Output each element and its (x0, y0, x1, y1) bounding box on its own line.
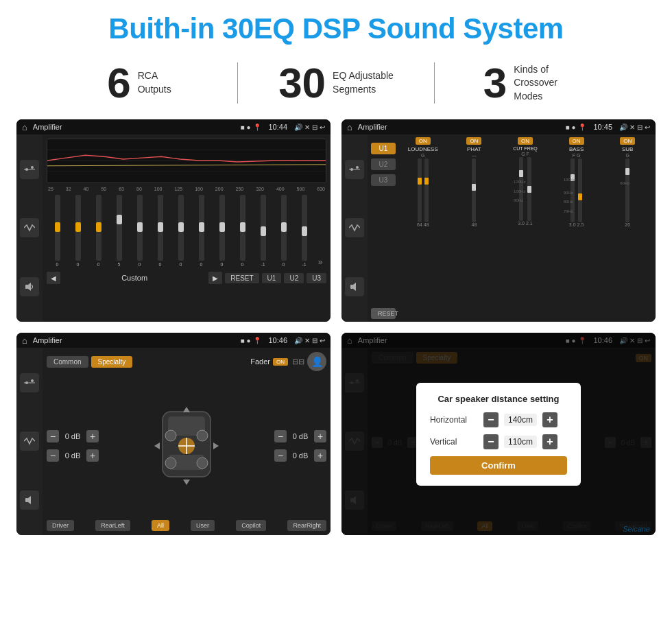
bass-on[interactable]: ON (569, 137, 584, 145)
eq-prev-btn[interactable]: ◀ (47, 272, 60, 284)
eq-slider-3[interactable]: 5 (110, 195, 128, 267)
stat-rca: 6 RCAOutputs (41, 62, 237, 104)
phat-g: — (472, 153, 477, 158)
driver-btn[interactable]: Driver (47, 520, 74, 531)
status-icons-3: 🔊 ✕ ⊟ ↩ (294, 337, 325, 344)
sidebar3-btn-speaker[interactable] (20, 491, 39, 510)
eq-slider-11[interactable]: 0 (274, 195, 293, 267)
eq-slider-1[interactable]: 0 (69, 195, 87, 267)
eq-slider-9[interactable]: 0 (233, 195, 252, 267)
vertical-minus[interactable]: − (483, 434, 499, 449)
sidebar2-btn-wave[interactable] (345, 218, 364, 237)
copilot-btn[interactable]: Copilot (236, 520, 266, 531)
home-icon-1[interactable]: ⌂ (22, 122, 27, 132)
eq-u1-btn[interactable]: U1 (262, 273, 282, 283)
eq-graph (47, 139, 326, 183)
sidebar3-btn-wave[interactable] (20, 432, 39, 451)
loudness-sliders: 64 48 (417, 158, 429, 227)
db-control-br: − 0 dB + (274, 449, 326, 462)
rearright-btn[interactable]: RearRight (287, 520, 326, 531)
fader-bottom-btns: Driver RearLeft All User Copilot RearRig… (47, 520, 326, 531)
reset-btn-amp[interactable]: RESET (371, 308, 396, 319)
phat-on[interactable]: ON (466, 137, 481, 145)
eq-slider-0[interactable]: 0 (48, 195, 67, 267)
svg-point-22 (197, 458, 208, 469)
sidebar-btn-eq[interactable] (20, 160, 39, 179)
eq-slider-8[interactable]: 0 (213, 195, 231, 267)
vertical-label: Vertical (430, 437, 478, 447)
eq-next-btn[interactable]: ▶ (208, 272, 222, 284)
eq-slider-7[interactable]: 0 (192, 195, 211, 267)
eq-slider-4[interactable]: 0 (130, 195, 149, 267)
eq-slider-12[interactable]: -1 (295, 195, 313, 267)
db-plus-tl[interactable]: + (86, 430, 99, 442)
stat-label-eq: EQ AdjustableSegments (333, 69, 394, 96)
stats-row: 6 RCAOutputs 30 EQ AdjustableSegments 3 … (0, 52, 672, 114)
horizontal-plus[interactable]: + (542, 412, 557, 427)
eq-screen: ⌂ Amplifier ■ ● 📍 10:44 🔊 ✕ ⊟ ↩ (16, 119, 331, 322)
sidebar-btn-speaker[interactable] (20, 277, 39, 296)
db-minus-br[interactable]: − (274, 449, 287, 462)
rearleft-btn[interactable]: RearLeft (95, 520, 130, 531)
sidebar2-btn-speaker[interactable] (345, 277, 364, 296)
horizontal-minus[interactable]: − (483, 412, 499, 427)
eq-slider-2[interactable]: 0 (89, 195, 108, 267)
confirm-button[interactable]: Confirm (430, 456, 567, 475)
loudness-g: G (421, 153, 424, 158)
svg-marker-28 (154, 442, 160, 449)
db-plus-br[interactable]: + (314, 449, 326, 462)
db-value-tl: 0 dB (62, 432, 84, 440)
home-icon-3[interactable]: ⌂ (22, 335, 27, 346)
sidebar-btn-wave[interactable] (20, 218, 39, 237)
specialty-tab[interactable]: Specialty (91, 356, 133, 368)
screens-grid: ⌂ Amplifier ■ ● 📍 10:44 🔊 ✕ ⊟ ↩ (0, 114, 672, 542)
amp-controls-row: U1 U2 U3 RESET ON LOUDNESS G (371, 137, 652, 319)
fader-on-badge[interactable]: ON (273, 358, 288, 366)
db-plus-bl[interactable]: + (86, 449, 99, 462)
screen3-sidebar (16, 348, 43, 535)
cutfreq-on[interactable]: ON (518, 137, 533, 145)
db-minus-tl[interactable]: − (47, 430, 59, 442)
fader-content: − 0 dB + − 0 dB + (47, 375, 326, 517)
eq-slider-6[interactable]: 0 (171, 195, 190, 267)
u2-btn[interactable]: U2 (371, 158, 396, 170)
eq-u2-btn[interactable]: U2 (284, 273, 304, 283)
cutfreq-sliders: 120Hz 100Hz 80Hz 3.0 2.1 (518, 157, 532, 226)
page-header: Buith-in 30EQ DSP Sound System (0, 0, 672, 52)
db-control-tl: − 0 dB + (47, 430, 99, 442)
screen1-sidebar (16, 134, 43, 322)
svg-point-21 (165, 458, 176, 469)
u3-btn[interactable]: U3 (371, 174, 396, 186)
sidebar2-btn-eq[interactable] (345, 160, 364, 179)
screen1-time: 10:44 (268, 123, 287, 131)
eq-slider-5[interactable]: 0 (151, 195, 169, 267)
u1-btn[interactable]: U1 (371, 143, 396, 154)
sub-on[interactable]: ON (620, 137, 635, 145)
db-control-tr: − 0 dB + (274, 430, 326, 442)
screen3-body: Common Specialty Fader ON ⊟⊟ 👤 − 0 dB + (16, 348, 331, 535)
eq-mode-label: Custom (63, 274, 206, 282)
sidebar3-btn-eq[interactable] (20, 373, 39, 392)
db-minus-tr[interactable]: − (274, 430, 287, 442)
eq-u3-btn[interactable]: U3 (307, 273, 326, 283)
profile-icon[interactable]: 👤 (307, 352, 326, 371)
sub-control: ON SUB G 60Hz 20 (603, 137, 652, 319)
dialog-vertical-row: Vertical − 110cm + (430, 434, 567, 449)
user-btn[interactable]: User (191, 520, 215, 531)
fader-label: Fader (250, 357, 270, 366)
distance-dialog: Car speaker distance setting Horizontal … (416, 383, 581, 486)
sub-sliders: 60Hz 20 (625, 158, 630, 227)
fader-tab-row: Common Specialty Fader ON ⊟⊟ 👤 (47, 352, 326, 371)
db-minus-bl[interactable]: − (47, 449, 59, 462)
vertical-plus[interactable]: + (542, 434, 557, 449)
eq-reset-btn[interactable]: RESET (225, 273, 259, 283)
common-tab[interactable]: Common (47, 356, 88, 368)
home-icon-2[interactable]: ⌂ (347, 122, 352, 132)
db-plus-tr[interactable]: + (314, 430, 326, 442)
eq-slider-10[interactable]: -1 (254, 195, 272, 267)
svg-point-19 (165, 430, 176, 441)
all-btn[interactable]: All (152, 520, 169, 531)
loudness-on[interactable]: ON (416, 137, 431, 145)
screen2-time: 10:45 (593, 123, 612, 131)
main-title: Buith-in 30EQ DSP Sound System (14, 12, 658, 45)
